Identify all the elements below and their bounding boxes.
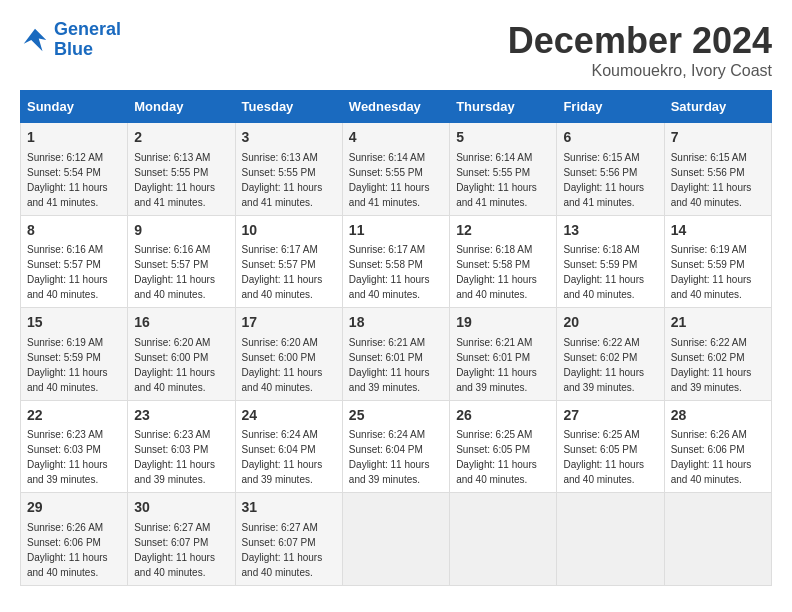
- cell-sunrise: Sunrise: 6:20 AM: [242, 337, 318, 348]
- calendar-cell: 24 Sunrise: 6:24 AM Sunset: 6:04 PM Dayl…: [235, 400, 342, 493]
- calendar-cell: 27 Sunrise: 6:25 AM Sunset: 6:05 PM Dayl…: [557, 400, 664, 493]
- calendar-cell: 29 Sunrise: 6:26 AM Sunset: 6:06 PM Dayl…: [21, 493, 128, 586]
- cell-daylight: Daylight: 11 hours and 40 minutes.: [134, 552, 215, 578]
- cell-daylight: Daylight: 11 hours and 41 minutes.: [242, 182, 323, 208]
- calendar-cell: 20 Sunrise: 6:22 AM Sunset: 6:02 PM Dayl…: [557, 308, 664, 401]
- day-number: 20: [563, 313, 657, 333]
- cell-sunrise: Sunrise: 6:21 AM: [456, 337, 532, 348]
- day-number: 21: [671, 313, 765, 333]
- cell-sunrise: Sunrise: 6:27 AM: [242, 522, 318, 533]
- col-saturday: Saturday: [664, 91, 771, 123]
- cell-daylight: Daylight: 11 hours and 40 minutes.: [671, 459, 752, 485]
- calendar-cell: 1 Sunrise: 6:12 AM Sunset: 5:54 PM Dayli…: [21, 123, 128, 216]
- day-number: 18: [349, 313, 443, 333]
- calendar-cell: [664, 493, 771, 586]
- logo-text: General Blue: [54, 20, 121, 60]
- cell-sunrise: Sunrise: 6:23 AM: [27, 429, 103, 440]
- cell-sunrise: Sunrise: 6:12 AM: [27, 152, 103, 163]
- calendar-cell: 25 Sunrise: 6:24 AM Sunset: 6:04 PM Dayl…: [342, 400, 449, 493]
- day-number: 2: [134, 128, 228, 148]
- cell-daylight: Daylight: 11 hours and 40 minutes.: [242, 274, 323, 300]
- calendar-row: 22 Sunrise: 6:23 AM Sunset: 6:03 PM Dayl…: [21, 400, 772, 493]
- cell-sunset: Sunset: 6:02 PM: [563, 352, 637, 363]
- calendar-table: Sunday Monday Tuesday Wednesday Thursday…: [20, 90, 772, 586]
- cell-sunrise: Sunrise: 6:19 AM: [27, 337, 103, 348]
- cell-sunset: Sunset: 5:54 PM: [27, 167, 101, 178]
- calendar-cell: 10 Sunrise: 6:17 AM Sunset: 5:57 PM Dayl…: [235, 215, 342, 308]
- calendar-cell: 3 Sunrise: 6:13 AM Sunset: 5:55 PM Dayli…: [235, 123, 342, 216]
- day-number: 14: [671, 221, 765, 241]
- logo: General Blue: [20, 20, 121, 60]
- cell-daylight: Daylight: 11 hours and 39 minutes.: [456, 367, 537, 393]
- calendar-cell: [342, 493, 449, 586]
- day-number: 9: [134, 221, 228, 241]
- cell-sunrise: Sunrise: 6:26 AM: [671, 429, 747, 440]
- calendar-row: 1 Sunrise: 6:12 AM Sunset: 5:54 PM Dayli…: [21, 123, 772, 216]
- day-number: 22: [27, 406, 121, 426]
- cell-daylight: Daylight: 11 hours and 40 minutes.: [27, 552, 108, 578]
- cell-daylight: Daylight: 11 hours and 40 minutes.: [27, 274, 108, 300]
- day-number: 28: [671, 406, 765, 426]
- calendar-cell: 31 Sunrise: 6:27 AM Sunset: 6:07 PM Dayl…: [235, 493, 342, 586]
- cell-daylight: Daylight: 11 hours and 40 minutes.: [671, 274, 752, 300]
- day-number: 1: [27, 128, 121, 148]
- cell-sunset: Sunset: 6:03 PM: [134, 444, 208, 455]
- calendar-cell: 17 Sunrise: 6:20 AM Sunset: 6:00 PM Dayl…: [235, 308, 342, 401]
- cell-daylight: Daylight: 11 hours and 39 minutes.: [242, 459, 323, 485]
- cell-sunset: Sunset: 5:58 PM: [349, 259, 423, 270]
- cell-sunset: Sunset: 5:55 PM: [242, 167, 316, 178]
- cell-sunset: Sunset: 6:04 PM: [242, 444, 316, 455]
- calendar-cell: 2 Sunrise: 6:13 AM Sunset: 5:55 PM Dayli…: [128, 123, 235, 216]
- day-number: 25: [349, 406, 443, 426]
- cell-sunrise: Sunrise: 6:22 AM: [671, 337, 747, 348]
- cell-daylight: Daylight: 11 hours and 39 minutes.: [27, 459, 108, 485]
- day-number: 4: [349, 128, 443, 148]
- cell-daylight: Daylight: 11 hours and 40 minutes.: [27, 367, 108, 393]
- cell-sunrise: Sunrise: 6:23 AM: [134, 429, 210, 440]
- cell-daylight: Daylight: 11 hours and 39 minutes.: [134, 459, 215, 485]
- cell-daylight: Daylight: 11 hours and 39 minutes.: [349, 459, 430, 485]
- calendar-cell: 18 Sunrise: 6:21 AM Sunset: 6:01 PM Dayl…: [342, 308, 449, 401]
- col-thursday: Thursday: [450, 91, 557, 123]
- col-wednesday: Wednesday: [342, 91, 449, 123]
- calendar-cell: 15 Sunrise: 6:19 AM Sunset: 5:59 PM Dayl…: [21, 308, 128, 401]
- cell-sunset: Sunset: 5:55 PM: [134, 167, 208, 178]
- cell-sunrise: Sunrise: 6:19 AM: [671, 244, 747, 255]
- col-friday: Friday: [557, 91, 664, 123]
- calendar-cell: 22 Sunrise: 6:23 AM Sunset: 6:03 PM Dayl…: [21, 400, 128, 493]
- cell-daylight: Daylight: 11 hours and 39 minutes.: [563, 367, 644, 393]
- calendar-cell: 8 Sunrise: 6:16 AM Sunset: 5:57 PM Dayli…: [21, 215, 128, 308]
- cell-daylight: Daylight: 11 hours and 40 minutes.: [349, 274, 430, 300]
- day-number: 13: [563, 221, 657, 241]
- cell-sunset: Sunset: 6:05 PM: [563, 444, 637, 455]
- cell-sunrise: Sunrise: 6:21 AM: [349, 337, 425, 348]
- cell-daylight: Daylight: 11 hours and 40 minutes.: [242, 552, 323, 578]
- cell-sunrise: Sunrise: 6:25 AM: [456, 429, 532, 440]
- day-number: 16: [134, 313, 228, 333]
- calendar-cell: 11 Sunrise: 6:17 AM Sunset: 5:58 PM Dayl…: [342, 215, 449, 308]
- logo-line1: General: [54, 19, 121, 39]
- month-title: December 2024: [508, 20, 772, 62]
- day-number: 7: [671, 128, 765, 148]
- day-number: 8: [27, 221, 121, 241]
- cell-daylight: Daylight: 11 hours and 40 minutes.: [671, 182, 752, 208]
- day-number: 10: [242, 221, 336, 241]
- calendar-cell: 26 Sunrise: 6:25 AM Sunset: 6:05 PM Dayl…: [450, 400, 557, 493]
- calendar-cell: 4 Sunrise: 6:14 AM Sunset: 5:55 PM Dayli…: [342, 123, 449, 216]
- cell-daylight: Daylight: 11 hours and 40 minutes.: [242, 367, 323, 393]
- day-number: 24: [242, 406, 336, 426]
- cell-sunset: Sunset: 6:06 PM: [671, 444, 745, 455]
- cell-sunrise: Sunrise: 6:14 AM: [456, 152, 532, 163]
- day-number: 17: [242, 313, 336, 333]
- cell-daylight: Daylight: 11 hours and 40 minutes.: [456, 274, 537, 300]
- cell-sunset: Sunset: 6:02 PM: [671, 352, 745, 363]
- calendar-cell: 7 Sunrise: 6:15 AM Sunset: 5:56 PM Dayli…: [664, 123, 771, 216]
- cell-sunset: Sunset: 5:57 PM: [134, 259, 208, 270]
- cell-sunset: Sunset: 5:55 PM: [349, 167, 423, 178]
- cell-sunset: Sunset: 6:07 PM: [242, 537, 316, 548]
- cell-sunrise: Sunrise: 6:26 AM: [27, 522, 103, 533]
- cell-sunset: Sunset: 5:56 PM: [671, 167, 745, 178]
- svg-marker-0: [24, 29, 47, 52]
- calendar-cell: [557, 493, 664, 586]
- location-title: Koumouekro, Ivory Coast: [508, 62, 772, 80]
